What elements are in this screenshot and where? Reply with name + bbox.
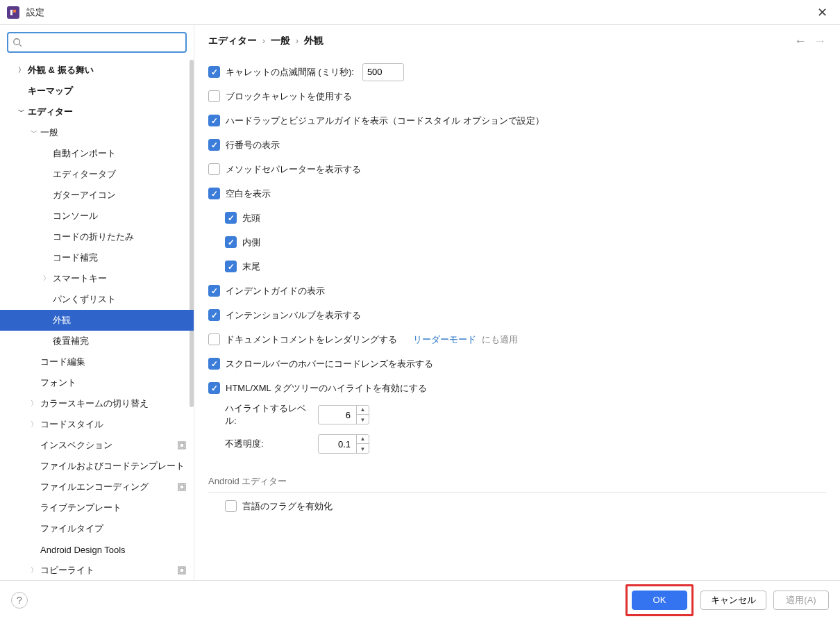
reader-mode-suffix: にも適用 — [482, 333, 518, 346]
codelens-checkbox[interactable] — [208, 358, 220, 370]
tree-item[interactable]: ファイルタイプ — [0, 518, 194, 539]
caret-blink-checkbox[interactable] — [208, 66, 220, 78]
tree-item[interactable]: 〉コードスタイル — [0, 414, 194, 435]
tree-item[interactable]: ガターアイコン — [0, 185, 194, 206]
nav-forward-icon: → — [814, 34, 826, 49]
highlight-level-input[interactable] — [319, 410, 356, 420]
tree-item[interactable]: Android Design Tools — [0, 539, 194, 560]
method-sep-checkbox[interactable] — [208, 163, 220, 175]
whitespace-label: 空白を表示 — [226, 188, 271, 200]
tree-item-label: コード編集 — [40, 356, 194, 368]
whitespace-checkbox[interactable] — [208, 188, 220, 199]
chevron-right-icon[interactable]: 〉 — [15, 65, 28, 75]
caret-blink-input[interactable] — [362, 63, 404, 81]
hardwrap-checkbox[interactable] — [208, 115, 220, 126]
help-icon[interactable]: ? — [11, 592, 28, 609]
tree-item[interactable]: ﹀エディター — [0, 101, 194, 122]
chevron-right-icon[interactable]: 〉 — [28, 399, 40, 408]
window-title: 設定 — [26, 6, 812, 19]
ok-highlight: OK — [625, 584, 694, 616]
lang-flags-label: 言語のフラグを有効化 — [242, 500, 333, 513]
ws-inner-checkbox[interactable] — [225, 236, 237, 248]
chevron-down-icon[interactable]: ▼ — [357, 415, 369, 424]
svg-rect-8 — [180, 485, 184, 489]
opacity-input[interactable] — [319, 439, 356, 449]
block-caret-checkbox[interactable] — [208, 90, 220, 102]
apply-button[interactable]: 適用(A) — [773, 591, 829, 610]
close-icon[interactable]: ✕ — [812, 2, 833, 23]
tree-item-label: ライブテンプレート — [40, 502, 194, 514]
svg-rect-10 — [180, 568, 184, 572]
cancel-button[interactable]: キャンセル — [700, 591, 766, 610]
search-input[interactable] — [7, 32, 187, 53]
tree-item[interactable]: ライブテンプレート — [0, 497, 194, 518]
tree-item[interactable]: 〉カラースキームの切り替え — [0, 393, 194, 414]
tree-item-label: 自動インポート — [53, 147, 194, 160]
tree-item[interactable]: コード編集 — [0, 352, 194, 372]
tree-item[interactable]: インスペクション — [0, 435, 194, 456]
ok-button[interactable]: OK — [632, 591, 687, 610]
ws-leading-checkbox[interactable] — [225, 212, 237, 224]
svg-rect-2 — [13, 10, 16, 13]
tree-item-label: コピーライト — [40, 564, 177, 577]
tree-item[interactable]: 自動インポート — [0, 143, 194, 164]
chevron-right-icon[interactable]: 〉 — [28, 420, 40, 429]
tree-item[interactable]: ファイルエンコーディング — [0, 477, 194, 497]
tree-item[interactable]: コンソール — [0, 206, 194, 226]
tree-item[interactable]: コード補完 — [0, 247, 194, 268]
tree-item[interactable]: キーマップ — [0, 81, 194, 101]
opacity-stepper[interactable]: ▲▼ — [356, 434, 369, 454]
tree-item[interactable]: ファイルおよびコードテンプレート — [0, 456, 194, 477]
tree-item[interactable]: 〉スマートキー — [0, 268, 194, 289]
tree-item-label: コードスタイル — [40, 418, 194, 431]
chevron-up-icon[interactable]: ▲ — [357, 405, 369, 415]
content: キャレットの点滅間隔 (ミリ秒): ブロックキャレットを使用する ハードラップと… — [194, 57, 840, 580]
highlight-level-label: ハイライトするレベル: — [225, 402, 311, 427]
ws-trailing-checkbox[interactable] — [225, 261, 237, 272]
reader-mode-link[interactable]: リーダーモード — [413, 333, 476, 346]
html-highlight-checkbox[interactable] — [208, 382, 220, 394]
chevron-right-icon[interactable]: 〉 — [28, 566, 40, 575]
tree-item-label: インスペクション — [40, 439, 177, 452]
chevron-right-icon[interactable]: 〉 — [40, 274, 53, 283]
tree-item-label: ファイルエンコーディング — [40, 481, 177, 493]
tree-item-label: エディター — [28, 106, 194, 118]
svg-rect-1 — [10, 10, 12, 15]
tree-item[interactable]: ﹀一般 — [0, 122, 194, 143]
caret-blink-label: キャレットの点滅間隔 (ミリ秒): — [226, 66, 354, 79]
highlight-level-stepper[interactable]: ▲▼ — [356, 405, 369, 424]
chevron-down-icon[interactable]: ﹀ — [28, 128, 40, 138]
tree-item-label: コードの折りたたみ — [53, 231, 194, 243]
settings-tree[interactable]: 〉外観 & 振る舞いキーマップ﹀エディター﹀一般自動インポートエディタータブガタ… — [0, 60, 194, 580]
chevron-up-icon[interactable]: ▲ — [357, 434, 369, 444]
tree-item-label: コンソール — [53, 210, 194, 222]
tree-item-label: エディタータブ — [53, 168, 194, 181]
tree-item[interactable]: パンくずリスト — [0, 289, 194, 310]
lang-flags-checkbox[interactable] — [225, 500, 237, 512]
tree-item[interactable]: コードの折りたたみ — [0, 226, 194, 247]
indent-guides-checkbox[interactable] — [208, 285, 220, 297]
doc-render-checkbox[interactable] — [208, 333, 220, 345]
nav-back-icon[interactable]: ← — [794, 34, 807, 49]
tree-item[interactable]: エディタータブ — [0, 164, 194, 185]
chevron-down-icon[interactable]: ﹀ — [15, 107, 28, 117]
tree-item-label: カラースキームの切り替え — [40, 397, 194, 410]
titlebar: 設定 ✕ — [0, 0, 840, 25]
tree-item[interactable]: 後置補完 — [0, 331, 194, 352]
breadcrumb-item[interactable]: 一般 — [271, 35, 290, 47]
breadcrumb-item[interactable]: エディター — [208, 35, 257, 47]
breadcrumb: エディター › 一般 › 外観 — [208, 35, 794, 47]
chevron-right-icon: › — [262, 36, 265, 46]
chevron-right-icon: › — [296, 36, 299, 46]
line-numbers-checkbox[interactable] — [208, 139, 220, 151]
block-caret-label: ブロックキャレットを使用する — [226, 90, 352, 103]
ws-leading-label: 先頭 — [242, 212, 260, 224]
sidebar: 〉外観 & 振る舞いキーマップ﹀エディター﹀一般自動インポートエディタータブガタ… — [0, 25, 194, 580]
tree-item[interactable]: 外観 — [0, 310, 194, 331]
chevron-down-icon[interactable]: ▼ — [357, 444, 369, 454]
tree-item[interactable]: 〉外観 & 振る舞い — [0, 60, 194, 81]
tree-item[interactable]: フォント — [0, 372, 194, 393]
tree-item[interactable]: 〉コピーライト — [0, 560, 194, 580]
intention-bulb-checkbox[interactable] — [208, 309, 220, 321]
tree-item-label: スマートキー — [53, 272, 194, 285]
